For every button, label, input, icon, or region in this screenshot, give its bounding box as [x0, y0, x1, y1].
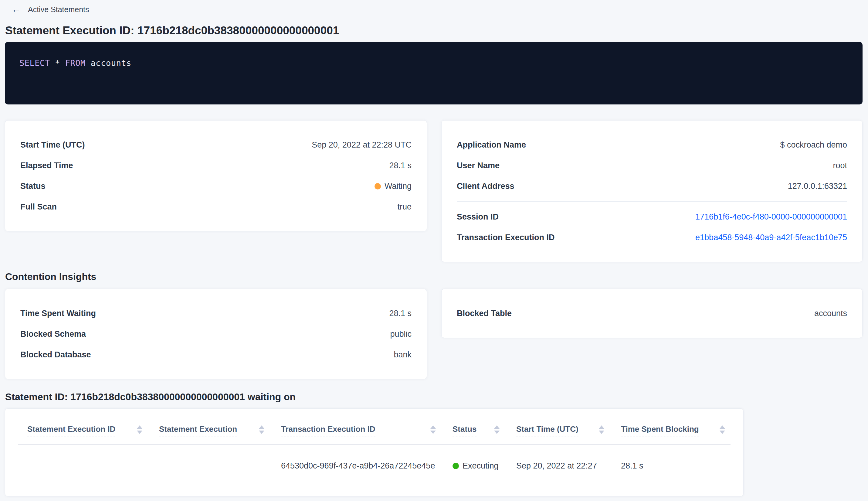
column-label-transaction-execution-id: Transaction Execution ID — [281, 425, 376, 437]
status-value: Waiting — [375, 182, 412, 191]
waiting-on-table-header: Statement Execution ID Statement Executi… — [18, 409, 730, 445]
session-overview-card: Application Name $ cockroach demo User N… — [441, 120, 862, 262]
contention-cards-row: Time Spent Waiting 28.1 s Blocked Schema… — [5, 289, 862, 379]
cell-time-spent-blocking: 28.1 s — [621, 461, 730, 471]
client-address-value: 127.0.0.1:63321 — [788, 182, 847, 191]
transaction-execution-id-row: Transaction Execution ID e1bba458-5948-4… — [457, 227, 847, 248]
sort-icon[interactable] — [599, 425, 604, 434]
status-label: Status — [20, 182, 45, 191]
back-to-active-statements-link[interactable]: ← Active Statements — [12, 4, 89, 14]
blocked-schema-value: public — [390, 329, 412, 339]
blocked-table-row: Blocked Table accounts — [457, 303, 847, 324]
elapsed-time-value: 28.1 s — [389, 161, 412, 170]
status-row: Status Waiting — [20, 176, 412, 196]
blocked-table-label: Blocked Table — [457, 309, 512, 318]
sql-star: * — [50, 58, 65, 68]
application-name-value: $ cockroach demo — [780, 140, 847, 150]
column-header-status[interactable]: Status — [453, 425, 516, 437]
table-row: 64530d0c-969f-437e-a9b4-26a72245e45e Exe… — [18, 445, 730, 487]
waiting-on-table: Statement Execution ID Statement Executi… — [5, 408, 744, 497]
column-header-statement-execution[interactable]: Statement Execution — [159, 425, 281, 437]
start-time-row: Start Time (UTC) Sep 20, 2022 at 22:28 U… — [20, 135, 412, 155]
user-name-row: User Name root — [457, 155, 847, 176]
session-id-label: Session ID — [457, 212, 499, 222]
start-time-value: Sep 20, 2022 at 22:28 UTC — [312, 140, 412, 150]
client-address-label: Client Address — [457, 182, 514, 191]
waiting-on-heading: Statement ID: 1716b218dc0b38380000000000… — [5, 391, 868, 403]
blocked-table-card: Blocked Table accounts — [441, 289, 862, 338]
column-header-transaction-execution-id[interactable]: Transaction Execution ID — [281, 425, 453, 437]
session-id-row: Session ID 1716b1f6-4e0c-f480-0000-00000… — [457, 206, 847, 227]
column-header-start-time[interactable]: Start Time (UTC) — [516, 425, 621, 437]
blocked-database-label: Blocked Database — [20, 350, 91, 360]
column-label-statement-execution-id: Statement Execution ID — [27, 425, 115, 437]
sort-icon[interactable] — [137, 425, 142, 434]
blocked-database-row: Blocked Database bank — [20, 344, 412, 365]
user-name-value: root — [833, 161, 847, 170]
cell-transaction-execution-id: 64530d0c-969f-437e-a9b4-26a72245e45e — [281, 461, 453, 471]
elapsed-time-label: Elapsed Time — [20, 161, 73, 170]
time-spent-waiting-value: 28.1 s — [389, 309, 412, 318]
arrow-left-icon: ← — [12, 5, 21, 14]
application-name-label: Application Name — [457, 140, 526, 150]
overview-cards-row: Start Time (UTC) Sep 20, 2022 at 22:28 U… — [5, 120, 862, 262]
column-label-status: Status — [453, 425, 477, 437]
blocked-database-value: bank — [394, 350, 412, 360]
sql-keyword-from: FROM — [65, 58, 86, 68]
column-label-statement-execution: Statement Execution — [159, 425, 237, 437]
cell-status: Executing — [453, 461, 516, 471]
time-spent-waiting-row: Time Spent Waiting 28.1 s — [20, 303, 412, 324]
session-id-link[interactable]: 1716b1f6-4e0c-f480-0000-000000000001 — [695, 212, 847, 222]
waiting-status-dot-icon — [375, 183, 381, 190]
full-scan-label: Full Scan — [20, 202, 57, 212]
application-name-row: Application Name $ cockroach demo — [457, 135, 847, 155]
start-time-label: Start Time (UTC) — [20, 140, 85, 150]
sort-icon[interactable] — [430, 425, 436, 434]
full-scan-row: Full Scan true — [20, 196, 412, 217]
cell-start-time: Sep 20, 2022 at 22:27 — [516, 461, 621, 471]
transaction-execution-id-link[interactable]: e1bba458-5948-40a9-a42f-5feac1b10e75 — [695, 233, 847, 242]
contention-details-card: Time Spent Waiting 28.1 s Blocked Schema… — [5, 289, 427, 379]
blocked-schema-row: Blocked Schema public — [20, 324, 412, 344]
cell-status-text: Executing — [463, 461, 499, 471]
elapsed-time-row: Elapsed Time 28.1 s — [20, 155, 412, 176]
column-label-time-spent-blocking: Time Spent Blocking — [621, 425, 699, 437]
transaction-execution-id-label: Transaction Execution ID — [457, 233, 555, 242]
sort-icon[interactable] — [494, 425, 500, 434]
contention-insights-heading: Contention Insights — [5, 270, 868, 283]
executing-status-dot-icon — [453, 463, 459, 469]
back-link-label: Active Statements — [28, 5, 89, 14]
sort-icon[interactable] — [259, 425, 264, 434]
sql-statement-box: SELECT * FROM accounts — [5, 42, 862, 105]
page-title: Statement Execution ID: 1716b218dc0b3838… — [5, 24, 868, 38]
card-divider — [457, 201, 847, 202]
sql-keyword-select: SELECT — [19, 58, 50, 68]
user-name-label: User Name — [457, 161, 500, 170]
blocked-table-value: accounts — [814, 309, 847, 318]
column-header-time-spent-blocking[interactable]: Time Spent Blocking — [621, 425, 730, 437]
client-address-row: Client Address 127.0.0.1:63321 — [457, 176, 847, 196]
column-label-start-time: Start Time (UTC) — [516, 425, 578, 437]
status-text: Waiting — [384, 182, 412, 191]
sql-table-name: accounts — [86, 58, 131, 68]
execution-overview-card: Start Time (UTC) Sep 20, 2022 at 22:28 U… — [5, 120, 427, 231]
full-scan-value: true — [397, 202, 412, 212]
sort-icon[interactable] — [719, 425, 725, 434]
time-spent-waiting-label: Time Spent Waiting — [20, 309, 96, 318]
column-header-statement-execution-id[interactable]: Statement Execution ID — [27, 425, 159, 437]
blocked-schema-label: Blocked Schema — [20, 329, 86, 339]
